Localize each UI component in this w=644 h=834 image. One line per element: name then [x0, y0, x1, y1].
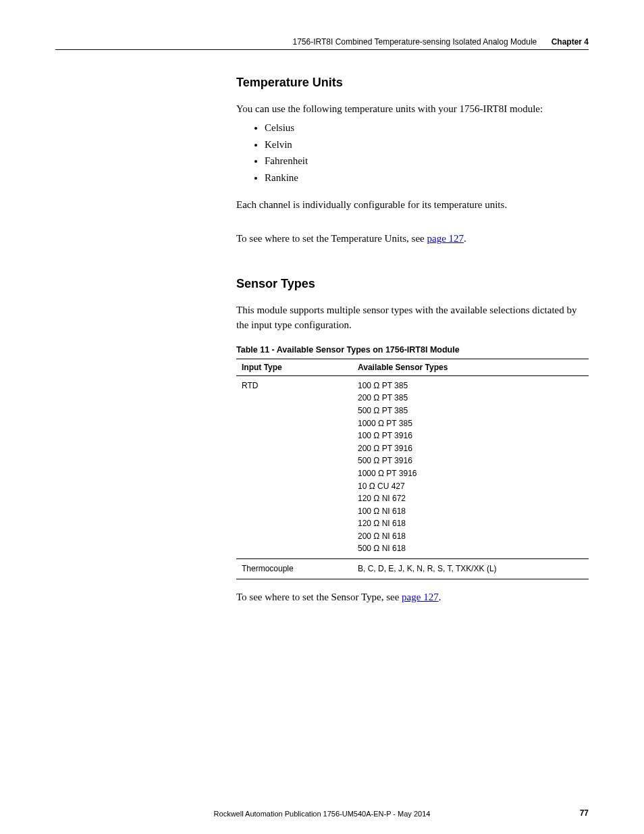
table-row: Thermocouple B, C, D, E, J, K, N, R, S, … — [236, 559, 589, 579]
page-link-127[interactable]: page 127 — [427, 233, 464, 244]
document-page: 1756-IRT8I Combined Temperature-sensing … — [0, 0, 644, 834]
table-row: RTD 100 Ω PT 385 200 Ω PT 385 500 Ω PT 3… — [236, 375, 589, 558]
list-item: Kelvin — [265, 138, 589, 153]
spacer — [236, 217, 589, 232]
sensor-value: 500 Ω PT 3916 — [358, 454, 583, 467]
sensor-types-para2: To see where to set the Sensor Type, see… — [236, 590, 589, 605]
table-header: Input Type — [236, 359, 352, 375]
temp-units-intro: You can use the following temperature un… — [236, 102, 589, 117]
heading-sensor-types: Sensor Types — [236, 277, 589, 291]
sensor-value: 100 Ω PT 385 — [358, 380, 583, 392]
sensor-value: 200 Ω PT 3916 — [358, 442, 583, 455]
sensor-value: 200 Ω PT 385 — [358, 392, 583, 405]
text-fragment: . — [439, 592, 441, 602]
footer-publication: Rockwell Automation Publication 1756-UM5… — [55, 810, 589, 818]
sensor-value: 1000 Ω PT 3916 — [358, 467, 583, 480]
text-fragment: To see where to set the Temperature Unit… — [236, 233, 427, 244]
sensor-types-table: Input Type Available Sensor Types RTD 10… — [236, 359, 589, 579]
cell-input-type: Thermocouple — [236, 559, 352, 579]
sensor-value: 120 Ω NI 672 — [358, 492, 583, 505]
page-header: 1756-IRT8I Combined Temperature-sensing … — [55, 37, 589, 50]
table-header: Available Sensor Types — [352, 359, 589, 375]
cell-sensor-types: 100 Ω PT 385 200 Ω PT 385 500 Ω PT 385 1… — [352, 375, 589, 558]
list-item: Fahrenheit — [265, 154, 589, 169]
sensor-value: 10 Ω CU 427 — [358, 480, 583, 493]
sensor-value: 100 Ω NI 618 — [358, 505, 583, 518]
sensor-value: 200 Ω NI 618 — [358, 530, 583, 543]
sensor-value: 1000 Ω PT 385 — [358, 417, 583, 430]
page-number: 77 — [580, 808, 589, 818]
cell-input-type: RTD — [236, 375, 352, 558]
table-header-row: Input Type Available Sensor Types — [236, 359, 589, 375]
temp-units-para2: Each channel is individually configurabl… — [236, 198, 589, 213]
sensor-value: 100 Ω PT 3916 — [358, 429, 583, 442]
sensor-types-intro: This module supports multiple sensor typ… — [236, 303, 589, 333]
sensor-value: B, C, D, E, J, K, N, R, S, T, TXK/XK (L) — [358, 563, 583, 575]
temp-units-para3: To see where to set the Temperature Unit… — [236, 232, 589, 246]
text-fragment: To see where to set the Sensor Type, see — [236, 592, 402, 602]
temp-units-list: Celsius Kelvin Fahrenheit Rankine — [236, 121, 589, 186]
header-breadcrumb: 1756-IRT8I Combined Temperature-sensing … — [293, 37, 537, 47]
spacer — [236, 250, 589, 277]
list-item: Celsius — [265, 121, 589, 136]
header-text: 1756-IRT8I Combined Temperature-sensing … — [293, 37, 589, 47]
heading-temperature-units: Temperature Units — [236, 76, 589, 90]
page-link-127[interactable]: page 127 — [402, 592, 439, 602]
table-title: Table 11 - Available Sensor Types on 175… — [236, 345, 589, 355]
sensor-value: 500 Ω NI 618 — [358, 542, 583, 555]
list-item: Rankine — [265, 171, 589, 186]
text-fragment: . — [464, 233, 466, 244]
header-chapter: Chapter 4 — [552, 37, 589, 47]
sensor-value: 500 Ω PT 385 — [358, 405, 583, 417]
cell-sensor-types: B, C, D, E, J, K, N, R, S, T, TXK/XK (L) — [352, 559, 589, 579]
sensor-value: 120 Ω NI 618 — [358, 517, 583, 530]
main-content: Temperature Units You can use the follow… — [236, 76, 589, 604]
